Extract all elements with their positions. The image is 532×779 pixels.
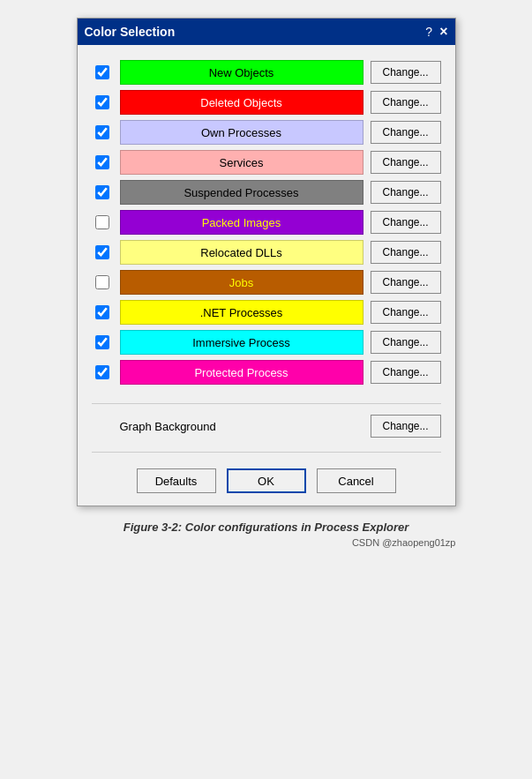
figure-caption: Figure 3-2: Color configurations in Proc… [124, 521, 409, 534]
checkbox-packed-images[interactable] [95, 215, 109, 229]
checkbox-wrapper-net-processes [92, 305, 113, 319]
color-row-deleted-objects: Deleted ObjectsChange... [92, 89, 441, 116]
checkbox-relocated-dlls[interactable] [95, 245, 109, 259]
change-btn-jobs[interactable]: Change... [371, 271, 441, 294]
credit-text: CSDN @zhaopeng01zp [77, 537, 456, 548]
color-label-services: Services [120, 150, 363, 175]
graph-background-change-btn[interactable]: Change... [371, 415, 441, 438]
change-btn-suspended-processes[interactable]: Change... [371, 181, 441, 204]
help-button[interactable]: ? [425, 25, 432, 39]
color-label-deleted-objects: Deleted Objects [120, 90, 363, 115]
color-label-own-processes: Own Processes [120, 120, 363, 145]
dialog-body: New ObjectsChange...Deleted ObjectsChang… [78, 45, 455, 393]
dialog-title: Color Selection [85, 25, 176, 39]
cancel-button[interactable]: Cancel [317, 468, 396, 493]
checkbox-immersive-process[interactable] [95, 335, 109, 349]
checkbox-wrapper-relocated-dlls [92, 245, 113, 259]
color-row-immersive-process: Immersive ProcessChange... [92, 329, 441, 356]
graph-background-row: Graph Background Change... [78, 408, 455, 445]
separator-2 [92, 452, 441, 453]
checkbox-wrapper-own-processes [92, 125, 113, 139]
close-button[interactable]: × [439, 24, 447, 40]
color-label-immersive-process: Immersive Process [120, 330, 363, 355]
color-row-suspended-processes: Suspended ProcessesChange... [92, 179, 441, 206]
checkbox-wrapper-immersive-process [92, 335, 113, 349]
checkbox-wrapper-protected-process [92, 365, 113, 379]
checkbox-wrapper-deleted-objects [92, 95, 113, 109]
checkbox-wrapper-new-objects [92, 65, 113, 79]
checkbox-jobs[interactable] [95, 275, 109, 289]
change-btn-new-objects[interactable]: Change... [371, 61, 441, 84]
checkbox-deleted-objects[interactable] [95, 95, 109, 109]
defaults-button[interactable]: Defaults [137, 468, 216, 493]
checkbox-protected-process[interactable] [95, 365, 109, 379]
checkbox-wrapper-suspended-processes [92, 185, 113, 199]
color-row-services: ServicesChange... [92, 149, 441, 176]
color-row-jobs: JobsChange... [92, 269, 441, 296]
color-label-relocated-dlls: Relocated DLLs [120, 240, 363, 265]
change-btn-net-processes[interactable]: Change... [371, 301, 441, 324]
dialog-footer: Defaults OK Cancel [78, 460, 455, 506]
title-bar: Color Selection ? × [78, 19, 455, 45]
change-btn-own-processes[interactable]: Change... [371, 121, 441, 144]
checkbox-wrapper-jobs [92, 275, 113, 289]
color-label-packed-images: Packed Images [120, 210, 363, 235]
change-btn-packed-images[interactable]: Change... [371, 211, 441, 234]
color-selection-dialog: Color Selection ? × New ObjectsChange...… [77, 18, 456, 506]
change-btn-protected-process[interactable]: Change... [371, 361, 441, 384]
graph-background-label: Graph Background [120, 420, 216, 433]
checkbox-suspended-processes[interactable] [95, 185, 109, 199]
separator-1 [92, 403, 441, 404]
checkbox-new-objects[interactable] [95, 65, 109, 79]
checkbox-net-processes[interactable] [95, 305, 109, 319]
color-row-new-objects: New ObjectsChange... [92, 59, 441, 86]
color-label-jobs: Jobs [120, 270, 363, 295]
change-btn-relocated-dlls[interactable]: Change... [371, 241, 441, 264]
change-btn-immersive-process[interactable]: Change... [371, 331, 441, 354]
ok-button[interactable]: OK [227, 468, 306, 493]
color-label-new-objects: New Objects [120, 60, 363, 85]
checkbox-wrapper-services [92, 155, 113, 169]
color-label-suspended-processes: Suspended Processes [120, 180, 363, 205]
checkbox-wrapper-packed-images [92, 215, 113, 229]
change-btn-deleted-objects[interactable]: Change... [371, 91, 441, 114]
color-label-protected-process: Protected Process [120, 360, 363, 385]
color-row-relocated-dlls: Relocated DLLsChange... [92, 239, 441, 266]
color-row-packed-images: Packed ImagesChange... [92, 209, 441, 236]
title-bar-controls: ? × [425, 24, 447, 40]
change-btn-services[interactable]: Change... [371, 151, 441, 174]
checkbox-services[interactable] [95, 155, 109, 169]
color-row-own-processes: Own ProcessesChange... [92, 119, 441, 146]
color-row-net-processes: .NET ProcessesChange... [92, 299, 441, 326]
color-label-net-processes: .NET Processes [120, 300, 363, 325]
color-row-protected-process: Protected ProcessChange... [92, 359, 441, 386]
checkbox-own-processes[interactable] [95, 125, 109, 139]
